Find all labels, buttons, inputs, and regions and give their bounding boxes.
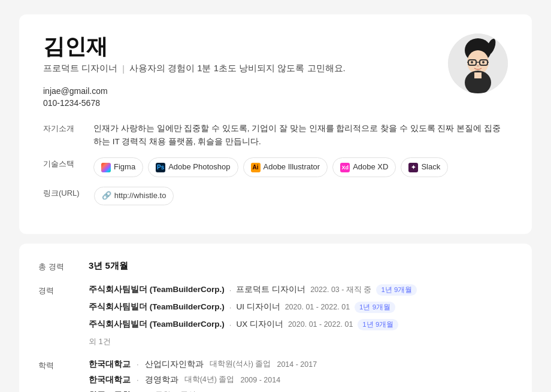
xd-icon: Xd xyxy=(340,163,350,172)
edu-degree-1: 대학원(석사) 졸업 xyxy=(210,359,271,369)
svg-point-10 xyxy=(482,61,485,63)
profile-title: 프로덕트 디자이너 xyxy=(43,63,117,74)
role-2: UI 디자이너 xyxy=(236,302,280,312)
profile-info: 김인재 프로덕트 디자이너 | 사용자의 경험이 1분 1초도 낭비되지 않도록… xyxy=(43,34,346,110)
skill-figma[interactable]: Figma xyxy=(93,157,143,177)
skill-xd[interactable]: Xd Adobe XD xyxy=(332,157,396,177)
edu-school-1: 한국대학교 xyxy=(89,359,131,370)
edu-entry-1: 한국대학교 · 산업디자인학과 대학원(석사) 졸업 2014 - 2017 xyxy=(89,359,513,370)
role-3: UX 디자이너 xyxy=(236,319,283,330)
avatar xyxy=(448,34,508,93)
photoshop-icon: Ps xyxy=(156,163,165,172)
skills-content: Figma Ps Adobe Photoshop Ai Adobe Illust… xyxy=(93,157,508,177)
education-entries: 한국대학교 · 산업디자인학과 대학원(석사) 졸업 2014 - 2017 한… xyxy=(89,359,513,392)
education-row: 학력 한국대학교 · 산업디자인학과 대학원(석사) 졸업 2014 - 201… xyxy=(38,359,513,392)
role-1: 프로덕트 디자이너 xyxy=(236,284,305,295)
edu-period-1: 2014 - 2017 xyxy=(277,360,317,369)
profile-tagline: 사용자의 경험이 1분 1초도 낭비되지 않도록 고민해요. xyxy=(129,63,346,74)
svg-point-11 xyxy=(477,65,479,67)
bio-text: 인재가 사랑하는 일에만 집중할 수 있도록, 기업이 잘 맞는 인재를 합리적… xyxy=(93,122,508,148)
skill-figma-label: Figma xyxy=(114,161,135,174)
career-entries: 주식회사팀빌더 (TeamBuilderCorp.) · 프로덕트 디자이너 2… xyxy=(89,284,513,347)
bio-row: 자기소개 인재가 사랑하는 일에만 집중할 수 있도록, 기업이 잘 맞는 인재… xyxy=(43,122,508,148)
svg-rect-13 xyxy=(474,72,482,78)
skill-photoshop[interactable]: Ps Adobe Photoshop xyxy=(148,157,238,177)
period-3: 2020. 01 - 2022. 01 xyxy=(288,320,353,329)
edu-school-2: 한국대학교 xyxy=(89,375,131,385)
edu-dept-1: 산업디자인학과 xyxy=(145,359,204,370)
bio-label: 자기소개 xyxy=(43,122,79,134)
contact-info: injae@gmail.com 010-1234-5678 xyxy=(43,86,346,108)
link-icon: 🔗 xyxy=(102,190,111,202)
career-more[interactable]: 외 1건 xyxy=(89,336,513,347)
duration-badge-2: 1년 9개월 xyxy=(355,302,395,313)
skills-list: Figma Ps Adobe Photoshop Ai Adobe Illust… xyxy=(93,157,508,177)
duration-badge-3: 1년 9개월 xyxy=(358,319,398,330)
career-entry-3: 주식회사팀빌더 (TeamBuilderCorp.) · UX 디자이너 202… xyxy=(89,319,513,330)
link-label: 링크(URL) xyxy=(43,187,80,199)
profile-subtitle: 프로덕트 디자이너 | 사용자의 경험이 1분 1초도 낭비되지 않도록 고민해… xyxy=(43,63,346,74)
skill-slack[interactable]: ✦ Slack xyxy=(401,157,448,177)
career-entry-2: 주식회사팀빌더 (TeamBuilderCorp.) · UI 디자이너 202… xyxy=(89,302,513,313)
skills-label: 기술스택 xyxy=(43,157,79,169)
skill-illustrator-label: Adobe Illustrator xyxy=(264,161,320,174)
profile-header: 김인재 프로덕트 디자이너 | 사용자의 경험이 1분 1초도 낭비되지 않도록… xyxy=(43,34,508,110)
contact-phone: 010-1234-5678 xyxy=(43,98,346,108)
skill-slack-label: Slack xyxy=(421,161,440,174)
slack-icon: ✦ xyxy=(408,163,418,172)
career-entry-1: 주식회사팀빌더 (TeamBuilderCorp.) · 프로덕트 디자이너 2… xyxy=(89,284,513,296)
link-row: 링크(URL) 🔗 http://whistle.to xyxy=(43,187,508,205)
svg-point-9 xyxy=(471,61,473,63)
link-url: http://whistle.to xyxy=(114,190,166,202)
info-rows: 자기소개 인재가 사랑하는 일에만 집중할 수 있도록, 기업이 잘 맞는 인재… xyxy=(43,122,508,205)
profile-name: 김인재 xyxy=(43,34,346,59)
period-2: 2020. 01 - 2022. 01 xyxy=(285,303,350,311)
edu-dept-2: 경영학과 xyxy=(145,375,178,385)
total-experience-row: 총 경력 3년 5개월 xyxy=(38,260,513,272)
total-label: 총 경력 xyxy=(38,260,74,272)
contact-email: injae@gmail.com xyxy=(43,86,346,96)
link-content: 🔗 http://whistle.to xyxy=(94,187,508,205)
company-1: 주식회사팀빌더 (TeamBuilderCorp.) xyxy=(89,284,225,295)
company-2: 주식회사팀빌더 (TeamBuilderCorp.) xyxy=(89,302,225,312)
edu-period-2: 2009 - 2014 xyxy=(240,376,280,384)
duration-badge-1: 1년 9개월 xyxy=(376,284,417,296)
figma-icon xyxy=(101,163,111,172)
profile-link[interactable]: 🔗 http://whistle.to xyxy=(94,187,174,205)
divider: | xyxy=(122,64,125,74)
career-row: 경력 주식회사팀빌더 (TeamBuilderCorp.) · 프로덕트 디자이… xyxy=(38,284,513,347)
career-label: 경력 xyxy=(38,284,74,296)
education-label: 학력 xyxy=(38,359,74,371)
period-1: 2022. 03 - 재직 중 xyxy=(310,285,371,295)
total-content: 3년 5개월 xyxy=(89,260,513,272)
skills-row: 기술스택 Figma Ps Adobe Photoshop Ai Adobe I… xyxy=(43,157,508,177)
total-duration: 3년 5개월 xyxy=(89,260,128,271)
profile-section: 김인재 프로덕트 디자이너 | 사용자의 경험이 1분 1초도 낭비되지 않도록… xyxy=(19,14,532,234)
skill-xd-label: Adobe XD xyxy=(353,161,388,174)
edu-degree-2: 대학(4년) 졸업 xyxy=(184,375,235,385)
skill-illustrator[interactable]: Ai Adobe Illustrator xyxy=(243,157,328,177)
skill-photoshop-label: Adobe Photoshop xyxy=(168,161,230,174)
illustrator-icon: Ai xyxy=(251,163,261,172)
career-section: 총 경력 3년 5개월 경력 주식회사팀빌더 (TeamBuilderCorp.… xyxy=(19,244,532,392)
edu-entry-2: 한국대학교 · 경영학과 대학(4년) 졸업 2009 - 2014 xyxy=(89,375,513,385)
company-3: 주식회사팀빌더 (TeamBuilderCorp.) xyxy=(89,319,225,330)
